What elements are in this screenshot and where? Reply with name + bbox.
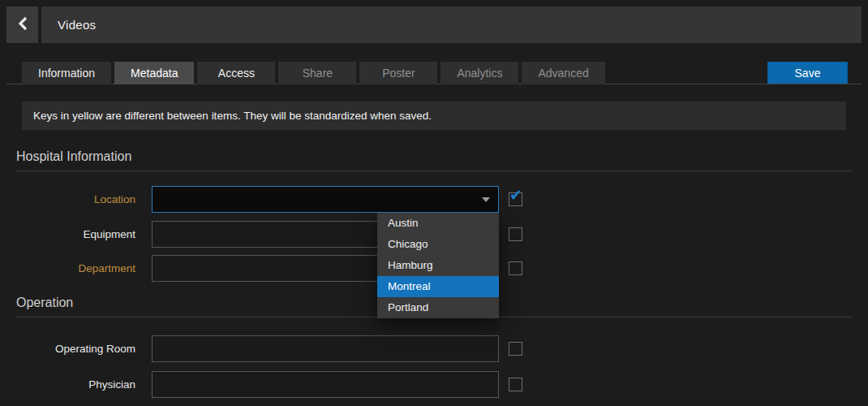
location-select[interactable]	[152, 186, 499, 213]
field-label-equipment: Equipment	[16, 228, 135, 240]
notice-text: Keys in yellow are different between ite…	[33, 110, 432, 122]
field-label-operating-room: Operating Room	[16, 343, 135, 355]
field-label-physician: Physician	[16, 378, 135, 391]
tab-access[interactable]: Access	[197, 62, 275, 84]
chevron-left-icon	[18, 16, 28, 33]
tab-share[interactable]: Share	[278, 62, 356, 84]
check-icon: ✔	[509, 188, 522, 203]
back-button[interactable]	[6, 6, 38, 43]
location-dropdown-menu: Austin Chicago Hamburg Montreal Portland	[377, 213, 499, 318]
physician-input[interactable]	[152, 371, 499, 398]
operating-room-input[interactable]	[152, 335, 499, 362]
dropdown-option-chicago[interactable]: Chicago	[377, 234, 499, 255]
notice-bar: Keys in yellow are different between ite…	[22, 102, 846, 130]
tab-analytics[interactable]: Analytics	[440, 62, 518, 84]
page-title: Videos	[58, 18, 96, 32]
physician-field-wrap	[152, 371, 499, 398]
tab-metadata[interactable]: Metadata	[114, 62, 194, 84]
dropdown-option-montreal[interactable]: Montreal	[377, 276, 499, 297]
dropdown-option-portland[interactable]: Portland	[377, 297, 499, 318]
form-row-physician: Physician	[16, 371, 522, 398]
title-bar: Videos	[41, 6, 862, 43]
tab-advanced[interactable]: Advanced	[522, 62, 604, 84]
physician-checkbox[interactable]	[509, 378, 522, 391]
save-button[interactable]: Save	[767, 62, 848, 84]
form-row-location: Location Austin Chicago Hamburg Montreal…	[16, 186, 522, 213]
dropdown-option-hamburg[interactable]: Hamburg	[377, 255, 499, 276]
location-field-wrap: Austin Chicago Hamburg Montreal Portland	[152, 186, 499, 213]
tab-information[interactable]: Information	[22, 62, 111, 84]
field-label-location: Location	[16, 193, 135, 205]
tab-poster[interactable]: Poster	[359, 62, 437, 84]
chevron-down-icon	[482, 197, 490, 202]
app-header: Videos	[6, 6, 862, 43]
operating-room-field-wrap	[152, 335, 499, 362]
department-checkbox[interactable]	[509, 261, 522, 275]
tabs-row: Information Metadata Access Share Poster…	[22, 62, 848, 84]
dropdown-option-austin[interactable]: Austin	[377, 213, 499, 234]
location-checkbox[interactable]: ✔	[509, 192, 522, 206]
field-label-department: Department	[16, 262, 135, 274]
form-row-operating-room: Operating Room	[16, 335, 522, 362]
equipment-checkbox[interactable]	[509, 227, 522, 241]
operating-room-checkbox[interactable]	[509, 342, 522, 356]
section-title-hospital-information: Hospital Information	[16, 149, 852, 171]
